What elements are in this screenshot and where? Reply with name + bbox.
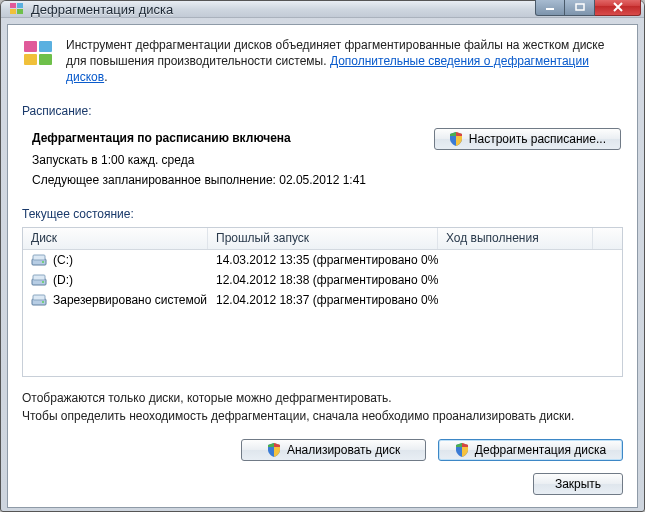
svg-point-18 <box>42 301 44 303</box>
svg-rect-7 <box>39 41 52 52</box>
defrag-icon <box>22 37 56 71</box>
svg-rect-0 <box>10 3 16 8</box>
table-header: Диск Прошлый запуск Ход выполнения <box>23 228 622 250</box>
schedule-box: Дефрагментация по расписанию включена За… <box>22 124 623 201</box>
disk-last-run: 12.04.2012 18:37 (фрагментировано 0%) <box>208 293 438 307</box>
disk-last-run: 14.03.2012 13:35 (фрагментировано 0%) <box>208 253 438 267</box>
table-row[interactable]: (C:) 14.03.2012 13:35 (фрагментировано 0… <box>23 250 622 270</box>
maximize-button[interactable] <box>565 0 595 16</box>
col-last-run[interactable]: Прошлый запуск <box>208 228 438 249</box>
close-row: Закрыть <box>22 473 623 495</box>
svg-rect-2 <box>10 9 16 14</box>
svg-rect-9 <box>39 54 52 65</box>
svg-rect-5 <box>576 4 584 10</box>
window-buttons <box>535 0 641 16</box>
disk-name: Зарезервировано системой <box>53 293 207 307</box>
analyze-button[interactable]: Анализировать диск <box>241 439 426 461</box>
disk-last-run: 12.04.2012 18:38 (фрагментировано 0%) <box>208 273 438 287</box>
schedule-next-run: Следующее запланированное выполнение: 02… <box>32 170 366 190</box>
drive-icon <box>31 293 47 307</box>
svg-rect-3 <box>17 9 23 14</box>
schedule-info: Дефрагментация по расписанию включена За… <box>32 128 366 191</box>
col-progress[interactable]: Ход выполнения <box>438 228 593 249</box>
shield-icon <box>267 443 281 457</box>
intro: Инструмент дефрагментации дисков объедин… <box>22 37 623 86</box>
schedule-label: Расписание: <box>22 104 623 118</box>
notes: Отображаются только диски, которые можно… <box>22 389 623 425</box>
svg-rect-14 <box>33 275 45 280</box>
defrag-button[interactable]: Дефрагментация диска <box>438 439 623 461</box>
app-icon <box>9 1 25 17</box>
configure-schedule-label: Настроить расписание... <box>469 132 606 146</box>
configure-schedule-button[interactable]: Настроить расписание... <box>434 128 621 150</box>
svg-point-15 <box>42 281 44 283</box>
drive-icon <box>31 273 47 287</box>
table-row[interactable]: Зарезервировано системой 12.04.2012 18:3… <box>23 290 622 310</box>
svg-point-12 <box>42 261 44 263</box>
close-label: Закрыть <box>555 477 601 491</box>
window-title: Дефрагментация диска <box>31 2 535 17</box>
minimize-button[interactable] <box>535 0 565 16</box>
titlebar[interactable]: Дефрагментация диска <box>1 1 644 18</box>
schedule-run-at: Запускать в 1:00 кажд. среда <box>32 150 366 170</box>
drive-icon <box>31 253 47 267</box>
notes-line-2: Чтобы определить неоходимость дефрагмент… <box>22 407 623 425</box>
disk-name: (D:) <box>53 273 73 287</box>
action-buttons: Анализировать диск Дефрагментация диска <box>22 439 623 461</box>
svg-rect-1 <box>17 3 23 8</box>
disk-table: Диск Прошлый запуск Ход выполнения (C:) … <box>22 227 623 377</box>
shield-icon <box>449 132 463 146</box>
analyze-label: Анализировать диск <box>287 443 400 457</box>
col-spacer <box>593 228 622 249</box>
intro-text: Инструмент дефрагментации дисков объедин… <box>66 37 623 86</box>
svg-rect-4 <box>546 8 554 10</box>
notes-line-1: Отображаются только диски, которые можно… <box>22 389 623 407</box>
window: Дефрагментация диска <box>0 0 645 512</box>
svg-rect-8 <box>24 54 37 65</box>
disk-name: (C:) <box>53 253 73 267</box>
client-area: Инструмент дефрагментации дисков объедин… <box>7 24 638 508</box>
close-button[interactable] <box>595 0 641 16</box>
table-body: (C:) 14.03.2012 13:35 (фрагментировано 0… <box>23 250 622 310</box>
svg-rect-6 <box>24 41 37 52</box>
svg-rect-11 <box>33 255 45 260</box>
col-disk[interactable]: Диск <box>23 228 208 249</box>
svg-rect-17 <box>33 295 45 300</box>
close-dialog-button[interactable]: Закрыть <box>533 473 623 495</box>
defrag-label: Дефрагментация диска <box>475 443 606 457</box>
shield-icon <box>455 443 469 457</box>
table-row[interactable]: (D:) 12.04.2012 18:38 (фрагментировано 0… <box>23 270 622 290</box>
current-state-label: Текущее состояние: <box>22 207 623 221</box>
schedule-status: Дефрагментация по расписанию включена <box>32 128 366 148</box>
